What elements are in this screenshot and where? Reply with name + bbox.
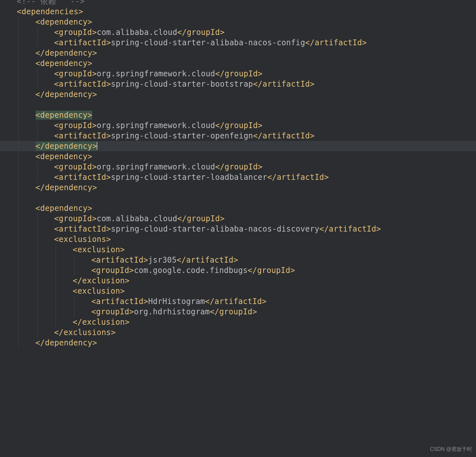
code-line[interactable]: </exclusion>	[0, 276, 476, 286]
line-content: <groupId>com.alibaba.cloud</groupId>	[0, 28, 225, 37]
code-line[interactable]: <dependency>	[0, 203, 476, 213]
code-line[interactable]: </dependency>	[0, 48, 476, 58]
line-content: <exclusions>	[0, 235, 111, 244]
code-token: spring-cloud-starter-openfeign	[111, 131, 253, 140]
code-line[interactable]: </dependency>	[0, 89, 476, 100]
code-line[interactable]: <dependencies>	[0, 6, 476, 17]
code-token: org.springframework.cloud	[97, 69, 215, 78]
code-line[interactable]	[0, 100, 476, 110]
code-token: <groupId>	[54, 69, 97, 78]
code-line[interactable]: <groupId>com.alibaba.cloud</groupId>	[0, 213, 476, 224]
line-content: </dependency>	[0, 49, 97, 58]
code-line[interactable]	[0, 193, 476, 203]
code-token: </dependency>	[36, 183, 97, 192]
line-content: <exclusion>	[0, 245, 125, 254]
code-token: <dependency>	[36, 59, 92, 68]
code-line[interactable]: <dependency>	[0, 58, 476, 69]
code-token: <dependencies>	[17, 7, 83, 16]
line-content: <dependencies>	[0, 7, 83, 16]
line-content: <artifactId>spring-cloud-starter-openfei…	[0, 131, 315, 140]
code-token: spring-cloud-starter-alibaba-nacos-confi…	[111, 38, 305, 47]
code-token: spring-cloud-starter-bootstrap	[111, 80, 253, 89]
code-line[interactable]: <groupId>com.alibaba.cloud</groupId>	[0, 27, 476, 38]
code-token: </groupId>	[210, 307, 257, 316]
code-line[interactable]: <groupId>com.google.code.findbugs</group…	[0, 265, 476, 276]
code-line[interactable]: <groupId>org.springframework.cloud</grou…	[0, 69, 476, 79]
code-line[interactable]: <artifactId>jsr305</artifactId>	[0, 255, 476, 265]
code-token: </groupId>	[248, 266, 295, 275]
code-token: </dependency>	[36, 142, 97, 151]
code-token: <artifactId>	[54, 224, 111, 234]
code-token: <groupId>	[91, 266, 134, 275]
line-content: <artifactId>spring-cloud-starter-alibaba…	[0, 224, 381, 234]
code-token: </dependency>	[36, 49, 97, 58]
line-content: <dependency>	[0, 152, 92, 161]
code-line[interactable]: </exclusion>	[0, 317, 476, 327]
code-token: </exclusions>	[54, 328, 115, 337]
code-token: spring-cloud-starter-alibaba-nacos-disco…	[111, 224, 319, 234]
code-line[interactable]: </dependency>	[0, 182, 476, 193]
watermark: CSDN @君故于时	[430, 444, 472, 454]
line-content: <artifactId>spring-cloud-starter-loadbal…	[0, 173, 329, 182]
code-token: spring-cloud-starter-loadbalancer	[111, 173, 267, 182]
code-token: </groupId>	[177, 214, 225, 223]
code-line[interactable]: <artifactId>spring-cloud-starter-openfei…	[0, 131, 476, 141]
line-content: <artifactId>HdrHistogram</artifactId>	[0, 297, 266, 306]
line-content: <groupId>com.alibaba.cloud</groupId>	[0, 214, 225, 223]
code-line[interactable]: <exclusion>	[0, 245, 476, 255]
code-token: </artifactId>	[319, 224, 381, 234]
code-token: <artifactId>	[54, 173, 111, 182]
code-token: <dependency>	[36, 17, 92, 27]
code-token: org.springframework.cloud	[97, 162, 215, 171]
code-line[interactable]: <dependency>	[0, 110, 476, 120]
line-content	[0, 193, 36, 202]
code-token: <exclusion>	[73, 287, 125, 296]
code-editor[interactable]: <!-- 依赖 --><dependencies><dependency><gr…	[0, 0, 476, 348]
code-token: <groupId>	[91, 307, 134, 316]
code-line[interactable]: <exclusions>	[0, 234, 476, 245]
code-token: <dependency>	[36, 204, 92, 213]
code-line[interactable]: <artifactId>spring-cloud-starter-loadbal…	[0, 172, 476, 182]
code-line[interactable]: <dependency>	[0, 17, 476, 27]
code-line[interactable]: <exclusion>	[0, 286, 476, 296]
code-token: <groupId>	[54, 162, 97, 171]
line-content: <artifactId>spring-cloud-starter-alibaba…	[0, 38, 367, 47]
code-token: </groupId>	[215, 121, 263, 130]
code-token: </groupId>	[215, 162, 263, 171]
code-token: <artifactId>	[54, 38, 111, 47]
code-token: <artifactId>	[54, 80, 111, 89]
code-line[interactable]: <artifactId>HdrHistogram</artifactId>	[0, 296, 476, 307]
code-token: </artifactId>	[205, 297, 266, 306]
code-line[interactable]: <!-- 依赖 -->	[0, 0, 476, 6]
line-content: </exclusion>	[0, 318, 130, 327]
line-content: <dependency>	[0, 17, 92, 27]
code-line[interactable]: <artifactId>spring-cloud-starter-alibaba…	[0, 224, 476, 234]
text-cursor	[97, 142, 97, 150]
line-content: </exclusions>	[0, 328, 116, 337]
line-content: <artifactId>jsr305</artifactId>	[0, 256, 238, 265]
code-line[interactable]: <artifactId>spring-cloud-starter-bootstr…	[0, 79, 476, 89]
code-line[interactable]: </dependency>	[0, 141, 476, 151]
code-token: <groupId>	[54, 214, 97, 223]
code-token: <exclusions>	[54, 235, 111, 244]
code-token: </exclusion>	[73, 276, 130, 285]
code-line[interactable]: <artifactId>spring-cloud-starter-alibaba…	[0, 38, 476, 48]
code-token: org.hdrhistogram	[134, 307, 210, 316]
code-line[interactable]: </exclusions>	[0, 327, 476, 338]
code-token: </artifactId>	[177, 256, 238, 265]
line-content: </exclusion>	[0, 276, 130, 285]
code-token: </groupId>	[177, 28, 225, 37]
code-line[interactable]: <groupId>org.springframework.cloud</grou…	[0, 162, 476, 172]
line-content: </dependency>	[0, 90, 97, 99]
code-token: </exclusion>	[73, 318, 130, 327]
line-content: </dependency>	[0, 338, 97, 347]
code-token: <dependency>	[36, 152, 92, 161]
code-line[interactable]: <dependency>	[0, 151, 476, 162]
line-content: <groupId>org.springframework.cloud</grou…	[0, 121, 263, 130]
code-token: </artifactId>	[267, 173, 329, 182]
line-content: <groupId>org.springframework.cloud</grou…	[0, 162, 263, 171]
code-token: </groupId>	[215, 69, 263, 78]
code-line[interactable]: </dependency>	[0, 338, 476, 348]
code-line[interactable]: <groupId>org.hdrhistogram</groupId>	[0, 307, 476, 317]
code-line[interactable]: <groupId>org.springframework.cloud</grou…	[0, 120, 476, 131]
